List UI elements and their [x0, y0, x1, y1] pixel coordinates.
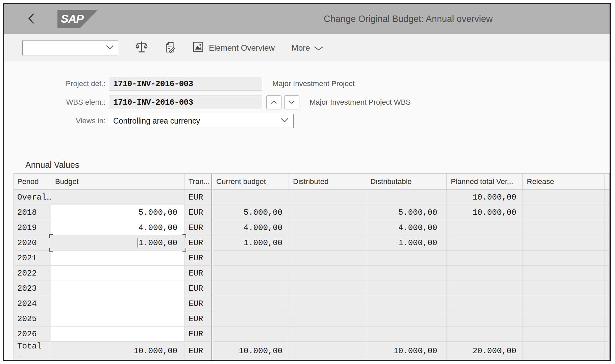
column-header-distributable[interactable]: Distributable [366, 174, 447, 190]
budget-cell[interactable]: 1.000,00 [51, 235, 184, 251]
chevron-left-icon [28, 20, 34, 25]
more-menu-button[interactable]: More [292, 43, 324, 53]
views-in-row: Views in: Controlling area currency [14, 114, 610, 128]
budget-cell[interactable] [51, 251, 184, 266]
planned-total-cell [447, 281, 523, 296]
planned-total-cell [447, 327, 523, 342]
page-title: Change Original Budget: Annual overview [324, 14, 493, 24]
release-cell [523, 327, 605, 342]
budget-input [51, 281, 184, 296]
distributable-cell [366, 357, 447, 360]
period-cell[interactable]: 2026 [14, 327, 51, 342]
budget-cell[interactable] [51, 281, 184, 296]
filler-cell [605, 251, 609, 266]
budget-cell[interactable]: 4.000,00 [51, 220, 184, 235]
period-cell[interactable]: 2019 [14, 220, 51, 235]
budget-input [51, 190, 184, 205]
check-button[interactable] [134, 40, 149, 56]
current-budget-cell [212, 311, 289, 327]
budget-cell[interactable] [51, 327, 184, 342]
table-row: 2020 1.000,00 EUR 1.000,00 1.000,00 [14, 235, 609, 251]
wbs-next-button[interactable] [284, 95, 299, 109]
planned-total-cell [447, 235, 523, 251]
budget-cell[interactable] [51, 266, 184, 281]
filler-cell [605, 281, 609, 296]
element-overview-label: Element Overview [209, 43, 275, 53]
period-cell[interactable]: 2021 [14, 251, 51, 266]
wbs-previous-button[interactable] [266, 95, 281, 109]
chevron-down-icon [106, 45, 114, 51]
currency-cell: EUR [184, 281, 212, 296]
planned-total-cell [447, 296, 523, 311]
budget-cell[interactable] [51, 296, 184, 311]
views-in-label: Views in: [14, 116, 109, 125]
distributable-cell [366, 296, 447, 311]
display-change-button[interactable] [162, 40, 178, 56]
wbs-elem-field[interactable]: 1710-INV-2016-003 [109, 96, 262, 109]
screen-body: Project def.: 1710-INV-2016-003 Major In… [4, 77, 610, 360]
currency-cell [184, 357, 212, 360]
budget-cell[interactable]: 5.000,00 [51, 205, 184, 220]
currency-cell: EUR [184, 220, 212, 235]
text-caret [138, 238, 138, 248]
distributable-cell [366, 266, 447, 281]
current-budget-cell [212, 357, 289, 360]
filler-cell [605, 235, 609, 251]
chevron-down-icon [289, 100, 295, 105]
budget-cell[interactable] [51, 311, 184, 327]
project-def-value: 1710-INV-2016-003 [113, 79, 193, 88]
sap-window: SAP Change Original Budget: Annual overv… [3, 3, 611, 361]
period-cell[interactable]: 2023 [14, 281, 51, 296]
table-row: 2023 EUR [14, 281, 609, 296]
column-header-planned-total[interactable]: Planned total Ver... [447, 174, 523, 190]
distributed-cell [289, 251, 366, 266]
column-header-period[interactable]: Period [14, 174, 51, 190]
release-cell [523, 205, 605, 220]
distributed-cell [289, 220, 366, 235]
column-header-budget[interactable]: Budget [51, 174, 184, 190]
release-cell [523, 251, 605, 266]
table-row: Total … 10.000,00 EUR 10.000,00 10.000,0… [14, 342, 609, 357]
current-budget-cell [212, 190, 289, 205]
views-in-dropdown[interactable]: Controlling area currency [109, 114, 294, 128]
project-def-field[interactable]: 1710-INV-2016-003 [109, 77, 262, 90]
current-budget-cell [212, 251, 289, 266]
distributable-cell [366, 281, 447, 296]
period-cell[interactable]: 2022 [14, 266, 51, 281]
period-cell[interactable]: Overal… [14, 190, 51, 205]
column-header-transaction[interactable]: Tran... [184, 174, 212, 190]
table-row: Overal… EUR 10.000,00 [14, 190, 609, 205]
currency-cell: EUR [184, 190, 212, 205]
release-cell [523, 220, 605, 235]
period-cell[interactable]: 2018 [14, 205, 51, 220]
distributed-cell [289, 327, 366, 342]
table-header-row: Period Budget Tran... Current budget Dis… [14, 174, 609, 190]
budget-input: 5.000,00 [51, 205, 184, 220]
column-header-release[interactable]: Release [523, 174, 605, 190]
column-header-current-budget[interactable]: Current budget [212, 174, 289, 190]
filler-cell [605, 311, 609, 327]
budget-input [51, 311, 184, 326]
period-cell[interactable]: 2024 [14, 296, 51, 311]
element-overview-button[interactable]: Element Overview [193, 41, 275, 54]
chevron-up-icon [271, 100, 277, 105]
current-budget-cell [212, 281, 289, 296]
back-button[interactable] [25, 12, 36, 25]
period-cell[interactable]: 2025 [14, 311, 51, 327]
release-cell [523, 235, 605, 251]
command-combobox[interactable] [22, 41, 118, 55]
filler-cell [605, 190, 609, 205]
budget-input [51, 327, 184, 341]
currency-cell: EUR [184, 327, 212, 342]
period-cell[interactable]: 2020 [14, 235, 51, 251]
column-header-distributed[interactable]: Distributed [289, 174, 366, 190]
planned-total-cell [447, 311, 523, 327]
header-form: Project def.: 1710-INV-2016-003 Major In… [14, 77, 610, 128]
budget-cell [51, 357, 184, 360]
chevron-down-icon [314, 43, 323, 53]
filler-cell [605, 296, 609, 311]
budget-cell [51, 190, 184, 205]
filler-cell [605, 327, 609, 342]
period-cell[interactable] [14, 357, 51, 360]
framed-image-icon [193, 41, 204, 54]
